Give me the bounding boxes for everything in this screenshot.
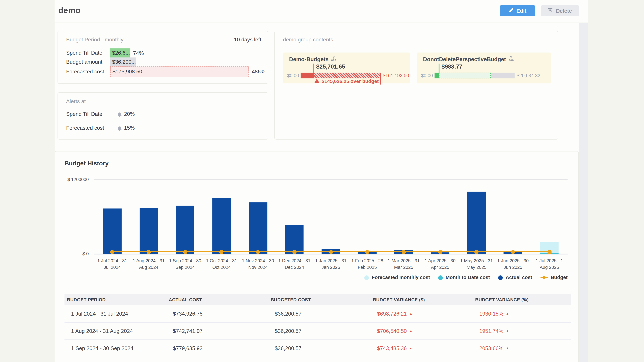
cell-value: 1 Jul 2024 - 31 Jul 2024: [71, 311, 128, 317]
hierarchy-icon: [331, 56, 336, 62]
alert-spend-value: 20%: [124, 111, 135, 117]
alerts-card-title: Alerts at: [66, 98, 86, 104]
legend-item-forecasted-monthly-cost[interactable]: Forecasted monthly cost: [364, 275, 430, 280]
legend-item-budget[interactable]: Budget: [540, 275, 568, 280]
x-axis-tick-label: 1 Dec 2024 - 31Dec 2024: [275, 257, 314, 271]
tick-line-2: Jan 2025: [311, 264, 350, 271]
tick-line-2: Nov 2024: [238, 264, 278, 271]
x-axis-tick-label: 1 Jul 2025 - 1Aug 2025: [530, 257, 569, 271]
x-axis-tick-label: 1 Jan 2025 - 31Jan 2025: [311, 257, 350, 271]
table-row: 1 Jul 2024 - 31 Jul 2024$734,926.78$36,2…: [64, 305, 571, 323]
table-column-header: BUDGET VARIANCE (%): [473, 294, 572, 305]
actual-cost-bar: [249, 202, 267, 254]
actual-cost-bar: [212, 198, 231, 254]
cell-value: 2053.66%: [479, 345, 503, 352]
table-cell: 1 Sep 2024 - 30 Sep 2024: [64, 340, 166, 357]
legend-item-actual-cost[interactable]: Actual cost: [498, 275, 532, 280]
content-column: demo Edit Delete Budget Period - monthly…: [55, 0, 588, 362]
budget-item-name: DonotDeletePerspectiveBudget: [423, 56, 506, 62]
table-cell: $36,200.57: [268, 305, 370, 322]
gridline-max: [94, 179, 568, 180]
budget-progress-bar: [434, 72, 515, 78]
cell-value: $36,200.57: [275, 345, 301, 352]
table-cell: $742,741.07: [166, 323, 268, 339]
bar-max-label: $161,192.50: [383, 73, 409, 78]
table-cell: $734,926.78: [166, 305, 268, 322]
actual-cost-bar: [140, 208, 158, 254]
warning-icon: [314, 78, 320, 83]
budget-line-marker: [402, 250, 406, 254]
budget-item-demo-budgets[interactable]: Demo-Budgets $25,701.65 $0.00 $161,192.5…: [283, 52, 410, 83]
cell-value: 1 Sep 2024 - 30 Sep 2024: [71, 345, 134, 352]
tick-line-2: Feb 2025: [348, 264, 387, 271]
forecasted-cost-box: $175,908.50: [110, 66, 248, 77]
tick-line-1: 1 Dec 2024 - 31: [275, 257, 314, 264]
tick-line-1: 1 Jul 2025 - 1: [530, 257, 569, 264]
over-budget-note: $145,626.25 over budget: [283, 78, 379, 84]
scrollbar-track[interactable]: [579, 23, 588, 362]
budget-history-card: Budget History $ 1200000 $ 0 Forecasted …: [55, 151, 579, 362]
table-body: 1 Jul 2024 - 31 Jul 2024$734,926.78$36,2…: [64, 305, 571, 357]
bar-min-label: $0.00: [417, 73, 433, 78]
x-axis-tick-label: 1 Oct 2024 - 31Oct 2024: [202, 257, 241, 271]
table-row: 1 Aug 2024 - 31 Aug 2024$742,741.07$36,2…: [64, 323, 571, 340]
legend-item-month-to-date-cost[interactable]: Month to Date cost: [438, 275, 490, 280]
spend-till-date-label: Spend Till Date: [66, 48, 102, 57]
table-cell: 1 Aug 2024 - 31 Aug 2024: [64, 323, 166, 339]
remaining-segment: [491, 72, 515, 78]
trash-icon: [548, 7, 553, 14]
page-title: demo: [58, 6, 81, 15]
tick-line-1: 1 Oct 2024 - 31: [202, 257, 241, 264]
variance-cell: 1951.74%▲: [473, 323, 572, 339]
x-axis-tick-label: 1 Apr 2025 - 30Apr 2025: [420, 257, 460, 271]
cell-value: $743,435.36: [377, 345, 407, 352]
tick-line-1: 1 Aug 2024 - 31: [129, 257, 168, 264]
gridline-mid: [94, 217, 568, 217]
budget-history-table: BUDGET PERIODACTUAL COSTBUDGETED COSTBUD…: [64, 294, 571, 357]
table-column-header: BUDGET VARIANCE ($): [370, 294, 473, 305]
tick-line-2: Oct 2024: [202, 264, 241, 271]
variance-up-icon: ▲: [506, 347, 509, 350]
budget-line-marker: [548, 250, 552, 254]
budget-item-donotdelete[interactable]: DonotDeletePerspectiveBudget $983.77 $0.…: [417, 52, 551, 83]
budget-line-marker: [511, 250, 515, 254]
legend-swatch: [438, 275, 443, 280]
table-cell: $36,200.57: [268, 340, 370, 357]
group-contents-card-title: demo group contents: [283, 36, 333, 43]
table-column-header: ACTUAL COST: [166, 294, 268, 305]
forecasted-cost-label: Forecasted cost: [66, 67, 104, 76]
budget-period-card: Budget Period - monthly 10 days left Spe…: [58, 31, 268, 84]
days-left-badge: 10 days left: [234, 36, 261, 43]
x-axis-tick-label: 1 Jun 2025 - 30Jun 2025: [493, 257, 533, 271]
budget-progress-bar: [301, 72, 381, 78]
alert-forecast-value: 15%: [124, 125, 135, 131]
budget-line-marker: [292, 250, 296, 254]
actual-cost-bar: [176, 205, 194, 254]
table-column-header: BUDGETED COST: [268, 294, 370, 305]
table-row: 1 Sep 2024 - 30 Sep 2024$779,635.93$36,2…: [64, 340, 571, 357]
delete-button[interactable]: Delete: [541, 5, 579, 16]
legend-label: Actual cost: [506, 275, 532, 280]
edit-button[interactable]: Edit: [500, 5, 535, 16]
group-contents-card: demo group contents Demo-Budgets $25,701…: [274, 31, 558, 140]
tick-line-2: Aug 2024: [129, 264, 168, 271]
y-axis-zero-label: $ 0: [55, 251, 89, 256]
bar-max-label: $20,634.32: [517, 73, 540, 78]
alerts-card: Alerts at Spend Till Date 20% Forecasted…: [58, 92, 268, 140]
bell-icon: [118, 111, 122, 119]
legend-label: Forecasted monthly cost: [372, 275, 430, 280]
forecast-segment: [439, 72, 491, 78]
tick-line-2: May 2025: [457, 264, 496, 271]
budget-detail-screen: demo Edit Delete Budget Period - monthly…: [0, 0, 644, 362]
variance-up-icon: ▲: [506, 312, 509, 316]
spend-till-date-chip: $26,6...: [110, 48, 130, 57]
tick-line-1: 1 May 2025 - 31: [457, 257, 496, 264]
cell-value: $36,200.57: [275, 328, 301, 334]
tick-line-2: Aug 2025: [530, 264, 569, 271]
tick-line-1: 1 Sep 2024 - 30: [165, 257, 205, 264]
tick-line-1: 1 Feb 2025 - 28: [348, 257, 387, 264]
budget-item-title: Demo-Budgets: [289, 56, 336, 62]
x-axis-tick-label: 1 Nov 2024 - 30Nov 2024: [238, 257, 278, 271]
spend-segment: [301, 72, 314, 78]
actual-cost-bar: [103, 208, 122, 254]
